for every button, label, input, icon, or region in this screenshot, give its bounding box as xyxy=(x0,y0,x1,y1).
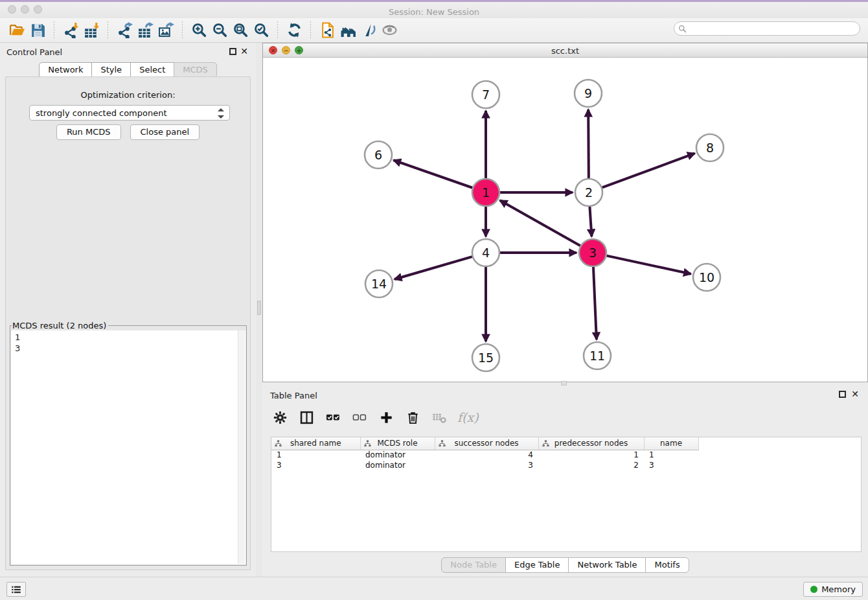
refresh-button[interactable] xyxy=(284,21,304,40)
save-button[interactable] xyxy=(27,21,48,40)
open-button[interactable] xyxy=(6,21,27,40)
import-network-button[interactable] xyxy=(60,21,81,40)
table-float-panel-icon[interactable] xyxy=(839,391,846,398)
graph-node-2[interactable]: 2 xyxy=(575,179,602,206)
graph-node-9[interactable]: 9 xyxy=(575,80,602,107)
export-network-icon xyxy=(117,22,133,38)
graph-edge-2-8[interactable] xyxy=(602,154,695,188)
graph-edge-3-1[interactable] xyxy=(500,200,580,246)
tab-network-table[interactable]: Network Table xyxy=(568,557,646,573)
tab-select[interactable]: Select xyxy=(130,62,174,78)
eye-button[interactable] xyxy=(379,21,400,40)
deselect-all-button[interactable] xyxy=(351,409,368,426)
table-close-panel-icon[interactable]: ✕ xyxy=(851,389,859,399)
node-table-container[interactable]: shared nameMCDS rolesuccessor nodesprede… xyxy=(271,437,862,552)
open-icon xyxy=(9,22,25,38)
search-input[interactable] xyxy=(687,24,860,33)
graph-edge-2-9[interactable] xyxy=(588,110,589,178)
zoom-in-button[interactable] xyxy=(188,21,209,40)
export-table-button[interactable] xyxy=(135,21,155,40)
run-mcds-button[interactable]: Run MCDS xyxy=(56,124,121,140)
table-row[interactable]: 1dominator411 xyxy=(271,450,698,460)
column-header-predecessor-nodes[interactable]: predecessor nodes xyxy=(538,437,644,450)
delete-table-button[interactable] xyxy=(431,409,448,426)
graph-edge-3-10[interactable] xyxy=(607,256,691,274)
tab-network[interactable]: Network xyxy=(39,62,92,78)
task-history-button[interactable] xyxy=(6,582,26,597)
mcds-result-group: MCDS result (2 nodes) 13 xyxy=(10,321,247,566)
table-cell[interactable]: 4 xyxy=(435,450,538,460)
add-button[interactable] xyxy=(378,409,394,426)
tab-style[interactable]: Style xyxy=(91,62,131,78)
svg-text:4: 4 xyxy=(482,246,490,260)
zoom-selected-icon xyxy=(253,22,269,38)
criterion-dropdown[interactable]: strongly connected component xyxy=(29,105,230,121)
column-header-name[interactable]: name xyxy=(644,437,698,450)
table-row[interactable]: 3dominator323 xyxy=(271,460,698,470)
tab-edge-table[interactable]: Edge Table xyxy=(505,557,569,573)
tab-node-table[interactable]: Node Table xyxy=(441,557,506,573)
zoom-out-button[interactable] xyxy=(209,21,230,40)
graph-edge-2-3[interactable] xyxy=(589,207,591,237)
column-header-shared-name[interactable]: shared name xyxy=(271,437,360,450)
export-image-button[interactable] xyxy=(155,21,176,40)
graphics-details-button[interactable] xyxy=(358,21,379,40)
graph-node-8[interactable]: 8 xyxy=(696,134,724,161)
zoom-fit-button[interactable] xyxy=(230,21,251,40)
graph-node-4[interactable]: 4 xyxy=(472,239,499,266)
export-image-icon xyxy=(158,22,174,38)
tab-motifs[interactable]: Motifs xyxy=(645,557,689,573)
column-header-MCDS-role[interactable]: MCDS role xyxy=(360,437,435,450)
search-field[interactable] xyxy=(674,21,860,36)
home-button[interactable] xyxy=(337,21,358,40)
network-window-titlebar[interactable]: × − + scc.txt xyxy=(263,43,867,58)
gear-button[interactable] xyxy=(271,409,288,426)
columns-button[interactable] xyxy=(298,409,315,426)
mcds-result-lines: 13 xyxy=(15,332,246,354)
splitter-handle[interactable] xyxy=(257,301,261,315)
table-cell[interactable]: 3 xyxy=(435,460,538,470)
graph-node-15[interactable]: 15 xyxy=(472,344,499,371)
graph-node-3[interactable]: 3 xyxy=(579,239,606,266)
table-cell[interactable]: 3 xyxy=(271,460,360,470)
clone-network-button[interactable] xyxy=(317,21,337,40)
graph-node-7[interactable]: 7 xyxy=(472,81,499,108)
table-cell[interactable]: 1 xyxy=(538,450,644,460)
table-cell[interactable]: 1 xyxy=(271,450,360,460)
network-graph[interactable]: 7968124314101511 xyxy=(263,58,867,382)
graph-node-6[interactable]: 6 xyxy=(365,141,392,168)
vertical-splitter[interactable] xyxy=(256,43,262,577)
table-cell[interactable]: dominator xyxy=(360,460,435,470)
result-scrollbar[interactable] xyxy=(238,330,245,564)
graph-node-1[interactable]: 1 xyxy=(472,179,499,206)
search-icon xyxy=(678,25,687,33)
attribute-type-icon xyxy=(364,440,371,447)
graph-edge-3-11[interactable] xyxy=(593,267,597,340)
graph-edge-1-6[interactable] xyxy=(394,160,473,187)
close-panel-button[interactable]: Close panel xyxy=(130,124,200,140)
horizontal-splitter-handle[interactable] xyxy=(561,381,567,386)
graph-node-14[interactable]: 14 xyxy=(365,270,393,297)
graph-node-10[interactable]: 10 xyxy=(693,264,720,291)
graph-edge-4-14[interactable] xyxy=(394,257,472,279)
table-cell[interactable]: 2 xyxy=(538,460,644,470)
close-panel-icon[interactable]: ✕ xyxy=(240,46,248,56)
delete-button[interactable] xyxy=(404,409,421,426)
tab-mcds[interactable]: MCDS xyxy=(174,62,217,78)
table-cell[interactable]: dominator xyxy=(360,450,435,460)
export-network-button[interactable] xyxy=(114,21,135,40)
import-table-button[interactable] xyxy=(81,21,102,40)
table-cell[interactable]: 1 xyxy=(644,450,698,460)
memory-button[interactable]: Memory xyxy=(803,582,863,597)
network-title: scc.txt xyxy=(263,46,867,56)
svg-text:7: 7 xyxy=(482,87,490,102)
graph-node-11[interactable]: 11 xyxy=(584,342,611,369)
column-label: predecessor nodes xyxy=(554,439,628,448)
column-header-successor-nodes[interactable]: successor nodes xyxy=(435,437,538,450)
table-cell[interactable]: 3 xyxy=(644,460,698,470)
select-all-button[interactable] xyxy=(325,409,341,426)
zoom-selected-button[interactable] xyxy=(251,21,271,40)
function-button[interactable]: f(x) xyxy=(457,409,479,426)
mcds-result-list[interactable]: 13 xyxy=(11,330,246,564)
float-panel-icon[interactable] xyxy=(229,48,236,55)
